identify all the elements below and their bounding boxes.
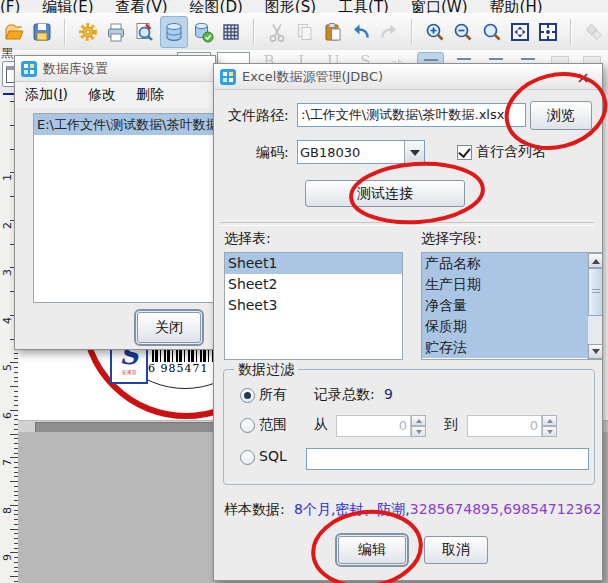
field-list[interactable]: 产品名称生产日期净含量保质期贮存法 xyxy=(421,252,603,360)
db-menu-modify[interactable]: 修改 xyxy=(88,86,116,104)
table-list[interactable]: Sheet1Sheet2Sheet3 xyxy=(224,252,403,360)
spin-up-icon[interactable] xyxy=(542,415,557,426)
data-filter-legend: 数据过滤 xyxy=(234,361,298,379)
database-settings-titlebar: 数据库设置 xyxy=(15,56,215,82)
sql-input[interactable] xyxy=(306,448,589,470)
ruler-number: 2 xyxy=(1,222,14,229)
database-icon[interactable] xyxy=(160,16,188,48)
separator xyxy=(220,222,594,226)
menu-edit[interactable]: 编辑(E) xyxy=(42,0,93,13)
table-list-item[interactable]: Sheet1 xyxy=(225,253,402,274)
toolbar-separator xyxy=(411,19,413,45)
zoom-out-icon[interactable] xyxy=(450,17,476,47)
undo-icon[interactable] xyxy=(348,17,374,47)
spin-up-icon[interactable] xyxy=(411,415,426,426)
toolbar-separator xyxy=(570,19,572,45)
header-row-checkbox[interactable] xyxy=(457,145,472,160)
encoding-label: 编码: xyxy=(256,144,289,162)
range-to-stepper[interactable]: 0 xyxy=(467,415,557,437)
ruler-number: 3 xyxy=(1,269,14,276)
record-count-value: 9 xyxy=(384,386,393,402)
sample-data-label: 样本数据: xyxy=(224,501,285,519)
filter-range-label: 范围 xyxy=(259,416,287,434)
fit-page-icon[interactable] xyxy=(507,17,533,47)
menu-window[interactable]: 窗口(W) xyxy=(411,0,468,13)
copy-icon xyxy=(292,17,318,47)
toolbar-separator xyxy=(253,19,255,45)
ruler-number: 1 xyxy=(1,174,14,181)
ruler-number: 8 xyxy=(1,507,14,514)
data-filter-group: 数据过滤 所有 记录总数: 9 范围 从 0 到 0 SQL xyxy=(223,369,595,485)
menu-draw[interactable]: 绘图(D) xyxy=(190,0,243,13)
paste-icon[interactable] xyxy=(320,17,346,47)
ruler-number: 9 xyxy=(1,554,14,561)
print-icon[interactable] xyxy=(103,17,129,47)
app-logo-icon xyxy=(220,69,236,85)
field-list-item[interactable]: 净含量 xyxy=(422,295,588,316)
cut-icon xyxy=(264,17,290,47)
menu-shape[interactable]: 图形(S) xyxy=(265,0,316,13)
scroll-down-icon[interactable] xyxy=(588,344,603,359)
file-path-label: 文件路径: xyxy=(228,107,289,125)
select-fields-label: 选择字段: xyxy=(421,230,482,248)
menu-help[interactable]: 帮助(H) xyxy=(490,0,543,13)
datasource-list[interactable]: E:\工作文件\测试数据\茶叶数据.xlsx xyxy=(33,113,216,303)
ruler-number: 6 xyxy=(1,412,14,419)
field-list-item[interactable]: 保质期 xyxy=(422,316,588,337)
close-icon[interactable]: × xyxy=(574,68,592,87)
sample-data-value: 8个月,密封、防潮,3285674895,698547123623 xyxy=(294,501,603,519)
test-connection-button[interactable]: 测试连接 xyxy=(305,180,465,207)
filter-range-radio[interactable] xyxy=(240,418,255,433)
spin-down-icon[interactable] xyxy=(542,426,557,437)
table-list-item[interactable]: Sheet2 xyxy=(225,274,402,295)
zoom-in-icon[interactable] xyxy=(422,17,448,47)
grid-icon[interactable] xyxy=(218,17,244,47)
datasource-list-item[interactable]: E:\工作文件\测试数据\茶叶数据.xlsx xyxy=(34,114,216,135)
range-from-stepper[interactable]: 0 xyxy=(336,415,426,437)
ruler-number: 7 xyxy=(1,459,14,466)
save-icon[interactable] xyxy=(29,17,55,47)
scroll-up-icon[interactable] xyxy=(588,253,603,268)
excel-datasource-dialog: Excel数据源管理(JDBC) × 文件路径: :\工作文件\测试数据\茶叶数… xyxy=(213,63,603,581)
database-settings-dialog: 数据库设置 添加(I)修改删除 E:\工作文件\测试数据\茶叶数据.xlsx 关… xyxy=(14,55,216,350)
field-list-item[interactable]: 生产日期 xyxy=(422,274,588,295)
zoom-icon[interactable] xyxy=(479,17,505,47)
scrollbar-thumb[interactable] xyxy=(588,268,603,316)
header-row-checkbox-label: 首行含列名 xyxy=(476,143,546,161)
field-list-scrollbar[interactable] xyxy=(587,253,603,359)
open-icon[interactable] xyxy=(1,17,27,47)
select-table-label: 选择表: xyxy=(224,230,271,248)
main-toolbar xyxy=(0,13,608,51)
db-menu-delete[interactable]: 删除 xyxy=(136,86,164,104)
spin-down-icon[interactable] xyxy=(411,426,426,437)
close-button[interactable]: 关闭 xyxy=(137,312,201,343)
table-list-item[interactable]: Sheet3 xyxy=(225,295,402,316)
database-settings-menu: 添加(I)修改删除 xyxy=(15,82,215,108)
menu-view[interactable]: 查看(V) xyxy=(116,0,168,13)
menu-file[interactable]: 文件(F) xyxy=(0,0,20,13)
encoding-value: GB18030 xyxy=(298,145,404,160)
file-path-input[interactable]: :\工作文件\测试数据\茶叶数据.xlsx xyxy=(297,103,526,127)
redo-icon xyxy=(376,17,402,47)
print-preview-icon[interactable] xyxy=(131,17,157,47)
cancel-button[interactable]: 取消 xyxy=(424,536,488,564)
label-software-window: { "colors":{"annotation":"#e01818","sele… xyxy=(0,0,608,583)
filter-sql-radio[interactable] xyxy=(240,450,255,465)
menu-bar: 文件(F)编辑(E)查看(V)绘图(D)图形(S)工具(T)窗口(W)帮助(H) xyxy=(0,0,608,13)
browse-button[interactable]: 浏览 xyxy=(530,101,592,130)
settings-gear-icon[interactable] xyxy=(75,17,101,47)
database-check-icon[interactable] xyxy=(190,17,216,47)
menu-tools[interactable]: 工具(T) xyxy=(338,0,389,13)
database-settings-title: 数据库设置 xyxy=(43,60,108,78)
field-list-item[interactable]: 产品名称 xyxy=(422,253,588,274)
filter-all-radio[interactable] xyxy=(240,388,255,403)
font-name-box[interactable]: 黑 xyxy=(1,45,14,60)
ruler-number: 4 xyxy=(1,317,14,324)
toolbar-separator xyxy=(64,19,66,45)
fit-selection-icon[interactable] xyxy=(535,17,561,47)
encoding-select[interactable]: GB18030 xyxy=(297,140,425,164)
edit-button[interactable]: 编辑 xyxy=(338,536,406,564)
chevron-down-icon[interactable] xyxy=(404,141,424,163)
db-menu-add[interactable]: 添加(I) xyxy=(25,86,68,104)
field-list-item[interactable]: 贮存法 xyxy=(422,337,588,358)
